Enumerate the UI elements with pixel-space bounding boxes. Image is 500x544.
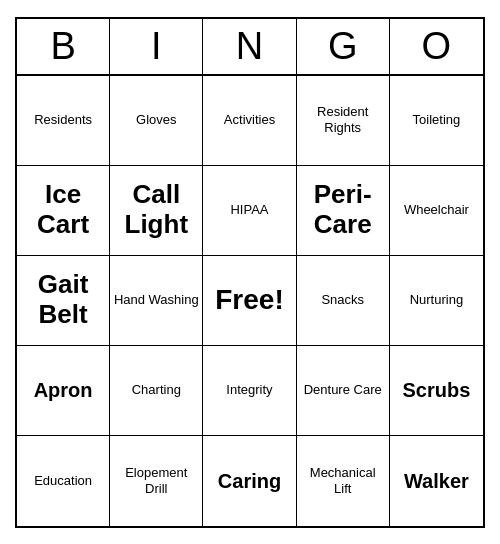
bingo-cell: Activities — [203, 76, 296, 166]
bingo-grid: ResidentsGlovesActivitiesResident Rights… — [17, 76, 483, 526]
bingo-cell: Denture Care — [297, 346, 390, 436]
bingo-cell: Peri-Care — [297, 166, 390, 256]
bingo-cell: Wheelchair — [390, 166, 483, 256]
bingo-cell: Free! — [203, 256, 296, 346]
bingo-cell: Resident Rights — [297, 76, 390, 166]
header-letter: I — [110, 19, 203, 74]
bingo-cell: Walker — [390, 436, 483, 526]
bingo-cell: Gait Belt — [17, 256, 110, 346]
bingo-cell: Toileting — [390, 76, 483, 166]
bingo-cell: Mechanical Lift — [297, 436, 390, 526]
bingo-cell: Integrity — [203, 346, 296, 436]
header-letter: G — [297, 19, 390, 74]
bingo-cell: Hand Washing — [110, 256, 203, 346]
bingo-cell: Gloves — [110, 76, 203, 166]
bingo-cell: Charting — [110, 346, 203, 436]
bingo-cell: Elopement Drill — [110, 436, 203, 526]
bingo-cell: Residents — [17, 76, 110, 166]
header-letter: B — [17, 19, 110, 74]
bingo-header: BINGO — [17, 19, 483, 76]
bingo-cell: Caring — [203, 436, 296, 526]
bingo-cell: Call Light — [110, 166, 203, 256]
bingo-cell: Ice Cart — [17, 166, 110, 256]
bingo-cell: Education — [17, 436, 110, 526]
bingo-cell: Apron — [17, 346, 110, 436]
header-letter: O — [390, 19, 483, 74]
bingo-cell: Snacks — [297, 256, 390, 346]
bingo-card: BINGO ResidentsGlovesActivitiesResident … — [15, 17, 485, 528]
bingo-cell: HIPAA — [203, 166, 296, 256]
header-letter: N — [203, 19, 296, 74]
bingo-cell: Nurturing — [390, 256, 483, 346]
bingo-cell: Scrubs — [390, 346, 483, 436]
